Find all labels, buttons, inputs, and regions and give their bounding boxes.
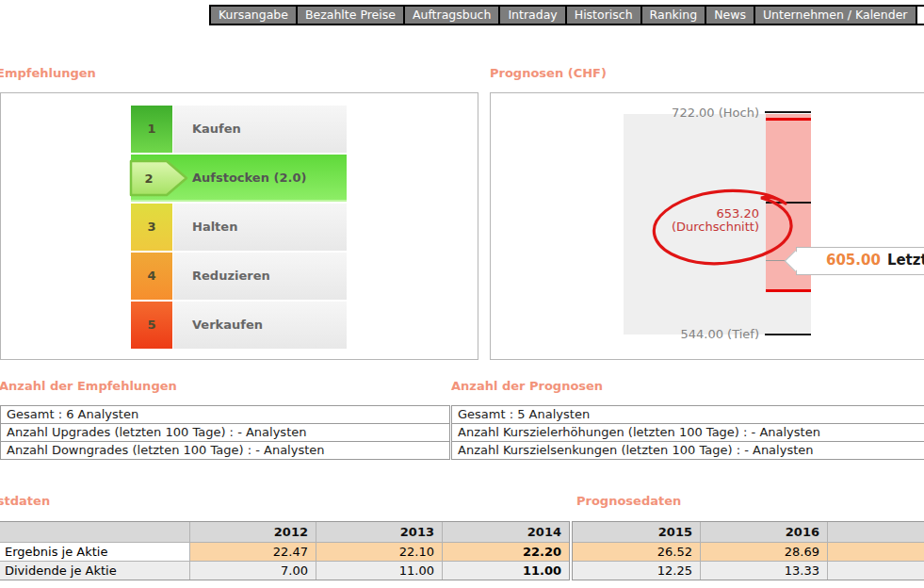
actual-row-dividend-label: Dividende je Aktie — [0, 561, 189, 580]
tab-intraday[interactable]: Intraday — [500, 7, 564, 24]
scale-rank-2: 2 — [144, 172, 153, 186]
tab-auftragsbuch[interactable]: Auftragsbuch — [405, 7, 498, 24]
high-tick-line — [765, 111, 811, 113]
upper-red-line — [766, 118, 811, 121]
scale-selected-row: 2 Aufstocken (2.0) — [131, 155, 347, 202]
tab-news[interactable]: News — [706, 7, 754, 24]
selected-rank-arrow: 2 — [128, 157, 190, 199]
scale-rank-3: 3 — [131, 204, 172, 251]
actual-data-table: 2012 2013 2014 Ergebnis je Aktie 22.47 2… — [0, 521, 570, 580]
tab-prognosen-active[interactable]: Prognosen — [917, 7, 924, 24]
recommendation-counts-row-upgrades: Anzahl Upgrades (letzten 100 Tage) : - A… — [1, 423, 449, 441]
last-price-value: 605.00 — [826, 252, 881, 269]
forecast-dividend-2016: 13.33 — [700, 561, 827, 580]
forecast-counts-title: Anzahl der Prognosen — [451, 379, 603, 393]
tab-ranking[interactable]: Ranking — [642, 7, 705, 24]
tab-bezahlte-preise[interactable]: Bezahlte Preise — [298, 7, 403, 24]
average-name-label: (Durchschnitt) — [608, 220, 759, 234]
page: Kursangabe Bezahlte Preise Auftragsbuch … — [0, 0, 924, 588]
recommendation-counts-row-total: Gesamt : 6 Analysten — [1, 406, 449, 423]
forecast-counts-row-decreases: Anzahl Kurszielsenkungen (letzten 100 Ta… — [452, 441, 924, 459]
actual-data-title: Istdaten — [0, 494, 50, 508]
tab-historisch[interactable]: Historisch — [567, 7, 640, 24]
forecast-counts-row-total: Gesamt : 5 Analysten — [452, 406, 924, 423]
forecast-data-title: Prognosedaten — [576, 494, 681, 508]
forecast-data-table: 2015 2016 26.52 28.69 12.25 13.33 — [572, 521, 924, 580]
tab-unternehmen-kalender[interactable]: Unternehmen / Kalender — [755, 7, 916, 24]
scale-label-kaufen: Kaufen — [173, 106, 347, 153]
lower-red-line — [766, 289, 811, 292]
scale-label-aufstocken: Aufstocken (2.0) — [192, 155, 306, 202]
forecast-header-cutoff — [827, 522, 924, 542]
scale-label-reduzieren: Reduzieren — [173, 253, 347, 300]
forecast-header-2016: 2016 — [700, 522, 827, 542]
forecast-dividend-cutoff — [827, 561, 924, 580]
actual-eps-2014: 22.20 — [442, 542, 569, 561]
forecast-eps-2015: 26.52 — [573, 542, 700, 561]
scale-label-verkaufen: Verkaufen — [173, 302, 347, 349]
last-price-callout: 605.00Letzt — [796, 247, 924, 275]
recommendations-title: Empfehlungen — [0, 66, 96, 80]
actual-dividend-2013: 11.00 — [316, 561, 442, 580]
low-label: 544.00 (Tief) — [608, 327, 759, 341]
forecast-eps-cutoff — [827, 542, 924, 561]
actual-header-2014: 2014 — [442, 522, 569, 542]
forecast-eps-2016: 28.69 — [700, 542, 827, 561]
actual-eps-2013: 22.10 — [316, 542, 442, 561]
last-price-label: Letzt — [887, 252, 924, 269]
actual-header-2012: 2012 — [189, 522, 316, 542]
tab-kursangabe[interactable]: Kursangabe — [211, 7, 296, 24]
recommendation-counts-row-downgrades: Anzahl Downgrades (letzten 100 Tage) : -… — [1, 441, 449, 459]
actual-header-empty — [0, 522, 189, 542]
actual-row-eps-label: Ergebnis je Aktie — [0, 542, 189, 561]
actual-eps-2012: 22.47 — [189, 542, 316, 561]
forecast-counts-row-increases: Anzahl Kurszielerhöhungen (letzten 100 T… — [452, 423, 924, 441]
recommendation-counts-table: Gesamt : 6 Analysten Anzahl Upgrades (le… — [0, 405, 450, 460]
actual-header-2013: 2013 — [316, 522, 442, 542]
low-tick-line — [765, 334, 811, 335]
forecast-dividend-2015: 12.25 — [573, 561, 700, 580]
forecast-title: Prognosen (CHF) — [490, 66, 607, 80]
scale-label-halten: Halten — [173, 204, 347, 251]
average-value-label: 653.20 — [608, 206, 759, 220]
scale-rank-5: 5 — [131, 302, 172, 349]
actual-dividend-2014: 11.00 — [442, 561, 569, 580]
top-nav: Kursangabe Bezahlte Preise Auftragsbuch … — [209, 5, 924, 25]
forecast-counts-table: Gesamt : 5 Analysten Anzahl Kurszielerhö… — [451, 405, 924, 460]
scale-rank-4: 4 — [131, 253, 172, 300]
recommendation-counts-title: Anzahl der Empfehlungen — [0, 379, 177, 393]
high-label: 722.00 (Hoch) — [608, 106, 759, 120]
average-tick-line — [766, 202, 811, 204]
forecast-header-2015: 2015 — [573, 522, 700, 542]
scale-rank-1: 1 — [131, 106, 172, 153]
actual-dividend-2012: 7.00 — [189, 561, 316, 580]
